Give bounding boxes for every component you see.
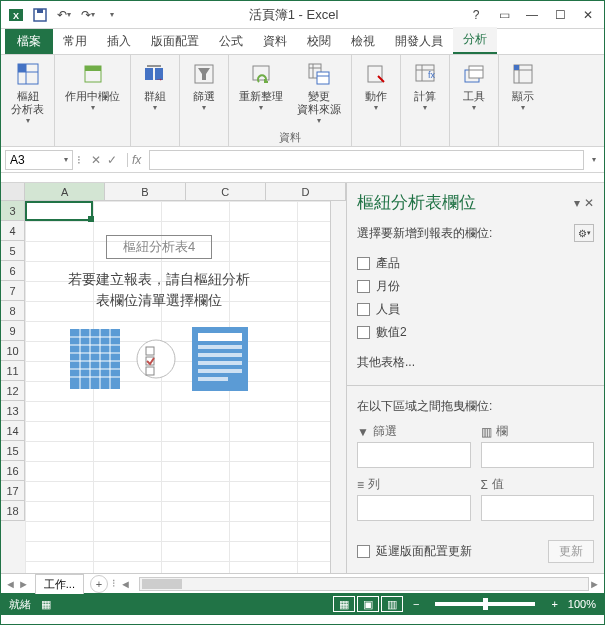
new-sheet-button[interactable]: + <box>90 575 108 593</box>
redo-icon[interactable]: ↷▾ <box>77 4 99 26</box>
field-label: 月份 <box>376 278 400 295</box>
field-item[interactable]: 人員 <box>357 298 594 321</box>
pivot-table-button[interactable]: 樞紐 分析表 ▾ <box>5 57 50 128</box>
panel-dropdown-icon[interactable]: ▾ <box>574 196 580 210</box>
tab-developer[interactable]: 開發人員 <box>385 29 453 54</box>
defer-checkbox[interactable] <box>357 545 370 558</box>
tab-layout[interactable]: 版面配置 <box>141 29 209 54</box>
row-header[interactable]: 10 <box>1 341 25 361</box>
select-all-corner[interactable] <box>1 183 25 200</box>
row-header[interactable]: 3 <box>1 201 25 221</box>
ribbon-options-icon[interactable]: ▭ <box>492 5 516 25</box>
cancel-icon[interactable]: ✕ <box>91 153 101 167</box>
field-item[interactable]: 月份 <box>357 275 594 298</box>
group-button[interactable]: → 群組 ▾ <box>135 57 175 115</box>
qat-customize-icon[interactable]: ▾ <box>101 4 123 26</box>
tab-data[interactable]: 資料 <box>253 29 297 54</box>
tab-view[interactable]: 檢視 <box>341 29 385 54</box>
zoom-slider[interactable] <box>435 602 535 606</box>
row-header[interactable]: 6 <box>1 261 25 281</box>
row-header[interactable]: 18 <box>1 501 25 521</box>
change-source-button[interactable]: 變更 資料來源 ▾ <box>291 57 347 128</box>
row-header[interactable]: 14 <box>1 421 25 441</box>
active-cell[interactable] <box>25 201 93 221</box>
undo-icon[interactable]: ↶▾ <box>53 4 75 26</box>
row-header[interactable]: 15 <box>1 441 25 461</box>
normal-view-icon[interactable]: ▦ <box>333 596 355 612</box>
close-icon[interactable]: ✕ <box>576 5 600 25</box>
field-checkbox[interactable] <box>357 303 370 316</box>
field-checkbox[interactable] <box>357 326 370 339</box>
filter-icon <box>190 60 218 88</box>
field-checkbox[interactable] <box>357 257 370 270</box>
field-checkbox[interactable] <box>357 280 370 293</box>
refresh-button[interactable]: 重新整理 ▾ <box>233 57 289 115</box>
minimize-icon[interactable]: — <box>520 5 544 25</box>
calc-button[interactable]: fx 計算 ▾ <box>405 57 445 115</box>
next-sheet-icon[interactable]: ► <box>18 578 29 590</box>
actions-button[interactable]: 動作 ▾ <box>356 57 396 115</box>
rows-drop-area[interactable] <box>357 495 471 521</box>
ribbon-group-label: 資料 <box>233 128 347 147</box>
tab-insert[interactable]: 插入 <box>97 29 141 54</box>
maximize-icon[interactable]: ☐ <box>548 5 572 25</box>
col-header[interactable]: B <box>105 183 185 200</box>
sheet-tab[interactable]: 工作... <box>35 574 84 594</box>
enter-icon[interactable]: ✓ <box>107 153 117 167</box>
horizontal-scrollbar[interactable] <box>139 577 589 591</box>
row-header[interactable]: 7 <box>1 281 25 301</box>
col-header[interactable]: C <box>186 183 266 200</box>
filter-drop-area[interactable] <box>357 442 471 468</box>
macro-record-icon[interactable]: ▦ <box>41 598 51 611</box>
zoom-level[interactable]: 100% <box>568 598 596 610</box>
filter-button[interactable]: 篩選 ▾ <box>184 57 224 115</box>
tab-file[interactable]: 檔案 <box>5 29 53 54</box>
tab-analyze[interactable]: 分析 <box>453 27 497 54</box>
panel-header: 樞紐分析表欄位 ▾ ✕ <box>347 183 604 218</box>
more-tables-link[interactable]: 其他表格... <box>347 348 604 377</box>
values-drop-area[interactable] <box>481 495 595 521</box>
excel-icon[interactable]: X <box>5 4 27 26</box>
row-header[interactable]: 11 <box>1 361 25 381</box>
tab-home[interactable]: 常用 <box>53 29 97 54</box>
row-header[interactable]: 16 <box>1 461 25 481</box>
columns-drop-area[interactable] <box>481 442 595 468</box>
help-icon[interactable]: ? <box>464 5 488 25</box>
cells-area[interactable]: 樞紐分析表4 若要建立報表，請自樞紐分析 表欄位清單選擇欄位 <box>25 201 330 573</box>
page-break-icon[interactable]: ▥ <box>381 596 403 612</box>
update-button[interactable]: 更新 <box>548 540 594 563</box>
formula-input[interactable] <box>149 150 584 170</box>
panel-gear-button[interactable]: ⚙▾ <box>574 224 594 242</box>
actions-icon <box>362 60 390 88</box>
col-header[interactable]: A <box>25 183 105 200</box>
zoom-in-icon[interactable]: + <box>551 598 557 610</box>
drop-zone-values: Σ值 <box>481 476 595 521</box>
fx-icon[interactable]: fx <box>127 153 145 167</box>
tab-review[interactable]: 校閱 <box>297 29 341 54</box>
col-header[interactable]: D <box>266 183 346 200</box>
save-icon[interactable] <box>29 4 51 26</box>
view-buttons: ▦ ▣ ▥ <box>333 596 403 612</box>
row-header[interactable]: 13 <box>1 401 25 421</box>
row-header[interactable]: 9 <box>1 321 25 341</box>
prev-sheet-icon[interactable]: ◄ <box>5 578 16 590</box>
field-item[interactable]: 產品 <box>357 252 594 275</box>
vertical-scrollbar[interactable] <box>330 201 346 573</box>
tools-button[interactable]: 工具 ▾ <box>454 57 494 115</box>
name-box[interactable]: A3 ▾ <box>5 150 73 170</box>
row-header[interactable]: 4 <box>1 221 25 241</box>
row-header[interactable]: 12 <box>1 381 25 401</box>
active-field-button[interactable]: 作用中欄位 ▾ <box>59 57 126 115</box>
scroll-right-icon[interactable]: ► <box>589 578 600 590</box>
show-button[interactable]: 顯示 ▾ <box>503 57 543 115</box>
expand-formula-icon[interactable]: ▾ <box>588 155 600 164</box>
row-header[interactable]: 8 <box>1 301 25 321</box>
panel-close-icon[interactable]: ✕ <box>584 196 594 210</box>
zoom-out-icon[interactable]: − <box>413 598 419 610</box>
page-layout-icon[interactable]: ▣ <box>357 596 379 612</box>
field-item[interactable]: 數值2 <box>357 321 594 344</box>
row-header[interactable]: 17 <box>1 481 25 501</box>
row-header[interactable]: 5 <box>1 241 25 261</box>
tab-formulas[interactable]: 公式 <box>209 29 253 54</box>
scroll-left-icon[interactable]: ◄ <box>120 578 131 590</box>
